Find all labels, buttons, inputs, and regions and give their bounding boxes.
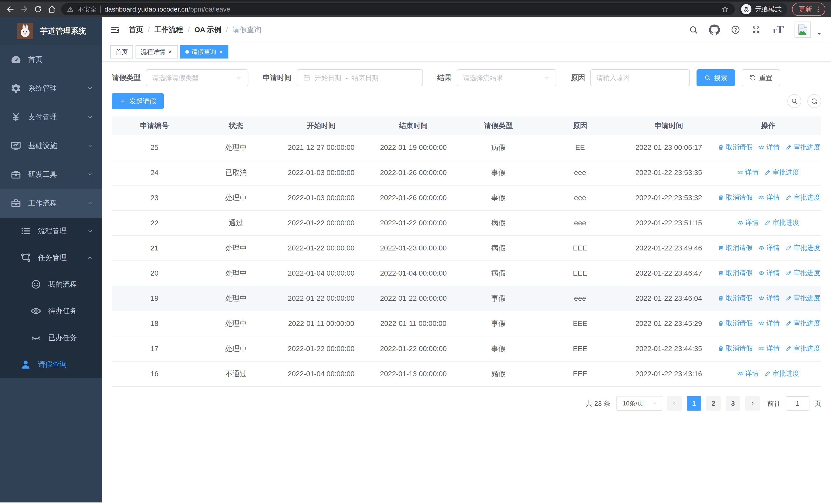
browser-reload-button[interactable] [33, 5, 42, 14]
incognito-badge[interactable]: 无痕模式 [739, 3, 787, 16]
detail-action-link[interactable]: 详情 [758, 193, 780, 202]
browser-forward-button[interactable] [20, 5, 29, 14]
sidebar-item-研发工具[interactable]: 研发工具 [0, 160, 102, 189]
font-size-icon[interactable]: TT [772, 25, 784, 34]
progress-action-link[interactable]: 审批进度 [785, 319, 820, 328]
github-icon[interactable] [709, 24, 720, 35]
progress-action-link[interactable]: 审批进度 [764, 218, 799, 227]
next-page-button[interactable] [745, 396, 760, 411]
sidebar-collapse-icon[interactable] [110, 25, 120, 35]
reason-label: 原因 [571, 73, 585, 83]
avatar-caret-icon[interactable] [816, 31, 822, 37]
user-avatar[interactable] [795, 22, 811, 38]
tree-icon [20, 252, 31, 263]
progress-action-link[interactable]: 审批进度 [785, 143, 820, 152]
browser-home-button[interactable] [47, 5, 56, 14]
leave-type-label: 请假类型 [112, 73, 141, 83]
breadcrumb-item[interactable]: 首页 [129, 25, 143, 35]
bookmark-star-icon[interactable] [721, 5, 729, 13]
gear-icon [10, 83, 22, 94]
cancel-action-link[interactable]: 取消请假 [718, 294, 752, 302]
cancel-action-link[interactable]: 取消请假 [718, 143, 752, 152]
briefcase-icon [10, 198, 22, 209]
sidebar-item-请假查询[interactable]: 请假查询 [0, 351, 102, 378]
sidebar-item-系统管理[interactable]: 系统管理 [0, 74, 102, 102]
cancel-action-link[interactable]: 取消请假 [718, 344, 752, 353]
fullscreen-icon[interactable] [751, 25, 761, 35]
cell-start-time: 2022-01-22 00:00:00 [275, 210, 367, 236]
reason-input[interactable] [596, 74, 684, 82]
page-button-2[interactable]: 2 [706, 396, 721, 411]
breadcrumb-item[interactable]: OA 示例 [195, 25, 222, 35]
tab-流程详情[interactable]: 流程详情× [136, 45, 178, 59]
tab-close-icon[interactable]: × [168, 49, 172, 55]
address-bar[interactable]: 不安全 dashboard.yudao.iocoder.cn/bpm/oa/le… [61, 3, 735, 15]
page-button-3[interactable]: 3 [726, 396, 740, 411]
goto-page-input[interactable] [786, 396, 809, 411]
sidebar-item-我的流程[interactable]: 我的流程 [0, 271, 102, 298]
detail-action-link[interactable]: 详情 [758, 268, 780, 277]
leave-type-select[interactable]: 请选择请假类型 [146, 69, 249, 86]
eye-icon [758, 194, 765, 201]
tab-首页[interactable]: 首页 [110, 45, 133, 59]
cancel-action-link[interactable]: 取消请假 [718, 193, 752, 202]
progress-action-link[interactable]: 审批进度 [764, 369, 799, 378]
detail-action-link[interactable]: 详情 [737, 168, 758, 177]
sidebar-item-已办任务[interactable]: 已办任务 [0, 324, 102, 351]
sidebar-item-支付管理[interactable]: 支付管理 [0, 102, 102, 131]
cell-status: 处理中 [197, 185, 275, 210]
create-leave-button[interactable]: 发起请假 [112, 93, 164, 109]
not-secure-icon[interactable] [67, 6, 74, 13]
cell-start-time: 2022-01-22 00:00:00 [275, 236, 367, 261]
browser-back-button[interactable] [6, 5, 15, 14]
column-header: 状态 [197, 117, 275, 135]
progress-action-link[interactable]: 审批进度 [785, 294, 820, 302]
detail-action-link[interactable]: 详情 [758, 344, 780, 353]
cell-apply-time: 2022-01-22 23:45:29 [623, 311, 715, 336]
detail-action-link[interactable]: 详情 [737, 218, 758, 227]
cancel-action-link[interactable]: 取消请假 [718, 243, 752, 252]
progress-action-link[interactable]: 审批进度 [785, 193, 820, 202]
refresh-table-button[interactable] [807, 94, 821, 108]
help-icon[interactable]: ? [730, 25, 740, 35]
sidebar-item-流程管理[interactable]: 流程管理 [0, 217, 102, 244]
show-search-toggle-button[interactable] [787, 94, 801, 108]
tab-close-icon[interactable]: × [219, 49, 223, 55]
page-button-1[interactable]: 1 [687, 396, 701, 411]
browser-menu-icon[interactable] [814, 5, 822, 13]
result-select[interactable]: 请选择流结果 [457, 69, 556, 86]
sidebar-item-工作流程[interactable]: 工作流程 [0, 189, 102, 217]
tab-请假查询[interactable]: 请假查询× [180, 45, 228, 59]
detail-action-link[interactable]: 详情 [758, 319, 780, 328]
cancel-action-link[interactable]: 取消请假 [718, 268, 752, 277]
detail-action-link[interactable]: 详情 [758, 294, 780, 302]
detail-action-link[interactable]: 详情 [758, 243, 780, 252]
detail-action-link[interactable]: 详情 [737, 369, 758, 378]
progress-action-link[interactable]: 审批进度 [785, 344, 820, 353]
search-button-label: 搜索 [714, 73, 727, 82]
detail-action-link[interactable]: 详情 [758, 143, 780, 152]
browser-update-button[interactable]: 更新 [792, 3, 825, 16]
page-size-select[interactable]: 10条/页 [617, 396, 662, 411]
prev-page-button[interactable] [667, 396, 682, 411]
filter-form: 请假类型 请选择请假类型 申请时间 开始日期 - 结束日期 结果 请选择流结果 [112, 69, 821, 86]
sidebar-item-label: 基础设施 [28, 141, 57, 151]
sidebar-item-基础设施[interactable]: 基础设施 [0, 131, 102, 160]
reset-button[interactable]: 重置 [742, 69, 780, 86]
progress-action-link[interactable]: 审批进度 [785, 268, 820, 277]
column-header: 原因 [537, 117, 623, 135]
sidebar-item-任务管理[interactable]: 任务管理 [0, 244, 102, 271]
breadcrumb-item[interactable]: 工作流程 [154, 25, 183, 35]
sidebar-item-label: 支付管理 [28, 112, 57, 122]
search-button[interactable]: 搜索 [696, 69, 735, 86]
app-logo[interactable]: 芋道管理系统 [0, 17, 102, 45]
sidebar-item-首页[interactable]: 首页 [0, 45, 102, 74]
cancel-action-link[interactable]: 取消请假 [718, 319, 752, 328]
header-search-icon[interactable] [689, 25, 698, 35]
progress-action-link[interactable]: 审批进度 [764, 168, 799, 177]
sidebar-item-待办任务[interactable]: 待办任务 [0, 298, 102, 324]
apply-time-range-picker[interactable]: 开始日期 - 结束日期 [297, 69, 423, 86]
progress-action-link[interactable]: 审批进度 [785, 243, 820, 252]
sidebar: 芋道管理系统 首页系统管理支付管理基础设施研发工具工作流程 流程管理任务管理我的… [0, 17, 102, 502]
table-row: 20处理中2022-01-04 00:00:002022-01-04 00:00… [112, 261, 821, 286]
